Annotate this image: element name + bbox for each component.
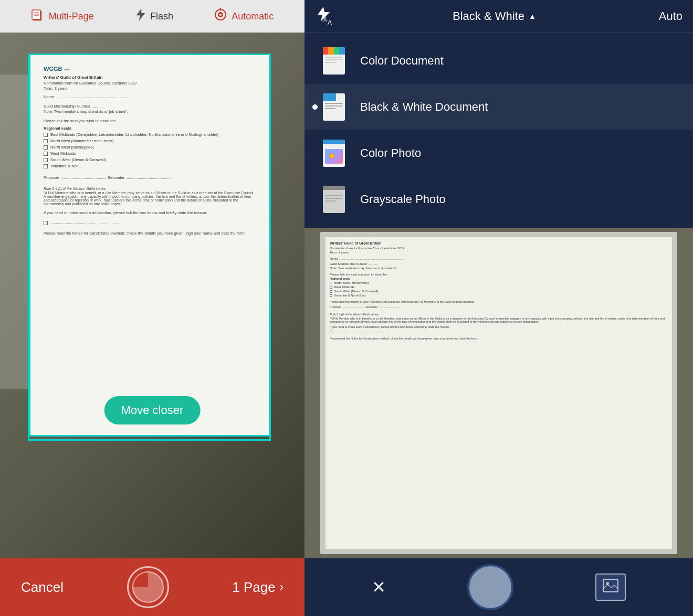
gallery-icon bbox=[602, 578, 619, 597]
bottom-toolbar-left: Cancel 1 Page › bbox=[0, 558, 304, 616]
selected-indicator bbox=[312, 104, 318, 110]
menu-item-color-photo[interactable]: Color Photo bbox=[304, 130, 693, 176]
page-count-label: 1 Page bbox=[232, 579, 275, 596]
mode-arrow: ▲ bbox=[529, 12, 536, 20]
left-panel: Multi-Page Flash bbox=[0, 0, 304, 616]
color-photo-icon bbox=[320, 140, 348, 167]
color-photo-label: Color Photo bbox=[360, 146, 421, 160]
svg-rect-10 bbox=[603, 579, 618, 592]
bw-document-icon bbox=[320, 93, 348, 121]
automatic-button[interactable]: Automatic bbox=[214, 8, 274, 25]
doc-rule-text: "A Full Member who is in benefit, or a L… bbox=[44, 191, 256, 206]
multipage-label: Multi-Page bbox=[49, 11, 94, 22]
doc-term: Term: 3 years bbox=[44, 86, 256, 91]
flash-auto-icon[interactable]: A bbox=[315, 6, 330, 26]
doc-checkbox-6: Yorkshire & Nor... bbox=[44, 164, 256, 168]
grayscale-photo-icon bbox=[320, 186, 348, 213]
doc-membership-field: Guild Membership Number ........... bbox=[44, 104, 256, 109]
menu-item-bw-document[interactable]: Black & White Document bbox=[304, 84, 693, 130]
mode-title[interactable]: Black & White ▲ bbox=[453, 9, 536, 23]
capture-button[interactable] bbox=[467, 564, 513, 610]
doc-declaration: If you need to make such a declaration, … bbox=[44, 210, 256, 215]
doc-checkbox-3: North West (Merseyside) bbox=[44, 145, 256, 150]
flash-button[interactable]: Flash bbox=[134, 8, 173, 25]
doc-membership-note: Note: Two members may stand as a "job-sh… bbox=[44, 109, 256, 114]
flash-label: Flash bbox=[150, 11, 173, 22]
auto-label[interactable]: Auto bbox=[659, 9, 682, 23]
cancel-button[interactable]: Cancel bbox=[21, 579, 64, 596]
doc-tick-prompt: Please tick the seat you wish to stand f… bbox=[44, 119, 256, 123]
move-closer-label: Move closer bbox=[121, 403, 184, 417]
doc-regional-seats: Regional seats bbox=[44, 126, 256, 131]
automatic-label: Automatic bbox=[232, 11, 274, 22]
close-button[interactable]: ✕ bbox=[372, 577, 386, 597]
multipage-button[interactable]: Multi-Page bbox=[31, 8, 94, 25]
doc-subtitle: Nomination form for Executive Council el… bbox=[44, 81, 256, 86]
menu-item-color-document[interactable]: Color Document bbox=[304, 38, 693, 84]
toolbar-right: A Black & White ▲ Auto bbox=[304, 0, 693, 33]
doc-title: Writers' Guild of Great Britain bbox=[44, 75, 256, 80]
doc-rule: Rule 5.4 (i) of the Writers' Guild state… bbox=[44, 187, 256, 190]
move-closer-bubble: Move closer bbox=[104, 396, 201, 424]
doc-proposer-seconder: Proposer ...............................… bbox=[44, 175, 256, 180]
doc-logo: WGGB ≡≡≡ bbox=[44, 66, 256, 72]
svg-point-7 bbox=[219, 14, 222, 16]
svg-rect-1 bbox=[32, 10, 40, 19]
mode-label: Black & White bbox=[453, 9, 524, 23]
color-document-label: Color Document bbox=[360, 54, 444, 68]
bottom-toolbar-right: ✕ bbox=[304, 558, 693, 616]
color-document-icon bbox=[320, 47, 348, 75]
toolbar-left: Multi-Page Flash bbox=[0, 0, 304, 33]
document-preview: WGGB ≡≡≡ Writers' Guild of Great Britain… bbox=[29, 54, 270, 437]
doc-checkbox-declaration: ........................................… bbox=[44, 220, 256, 225]
doc-checkbox-5: South West (Devon & Cornwall) bbox=[44, 157, 256, 162]
doc-checkbox-2: North West (Manchester and Lancs) bbox=[44, 139, 256, 143]
flash-icon bbox=[134, 8, 146, 25]
chevron-right-icon: › bbox=[280, 580, 284, 594]
gallery-button[interactable] bbox=[595, 573, 626, 601]
shutter-button[interactable] bbox=[127, 566, 169, 608]
doc-checkbox-4: West Midlands bbox=[44, 151, 256, 156]
shutter-inner bbox=[132, 571, 164, 603]
preview-thumbnail: Writers' Guild of Great Britain Nominati… bbox=[320, 232, 677, 554]
preview-area: Writers' Guild of Great Britain Nominati… bbox=[304, 228, 693, 558]
automatic-icon bbox=[214, 8, 227, 25]
doc-footer: Please read the Notes for Candidates ove… bbox=[44, 231, 256, 236]
scan-mode-menu: Color Document Black & W bbox=[304, 33, 693, 228]
doc-checkbox-1: East Midlands (Derbyshire, Leicestershir… bbox=[44, 132, 256, 137]
doc-name-field: Name ...................................… bbox=[44, 94, 256, 99]
svg-text:A: A bbox=[323, 17, 327, 23]
camera-viewfinder: WGGB ≡≡≡ Writers' Guild of Great Britain… bbox=[0, 33, 304, 558]
bw-document-label: Black & White Document bbox=[360, 100, 488, 114]
grayscale-photo-label: Grayscale Photo bbox=[360, 193, 446, 206]
page-counter[interactable]: 1 Page › bbox=[232, 579, 284, 596]
right-panel: A Black & White ▲ Auto bbox=[304, 0, 693, 616]
multipage-icon bbox=[31, 8, 45, 25]
menu-item-grayscale-photo[interactable]: Grayscale Photo bbox=[304, 176, 693, 222]
